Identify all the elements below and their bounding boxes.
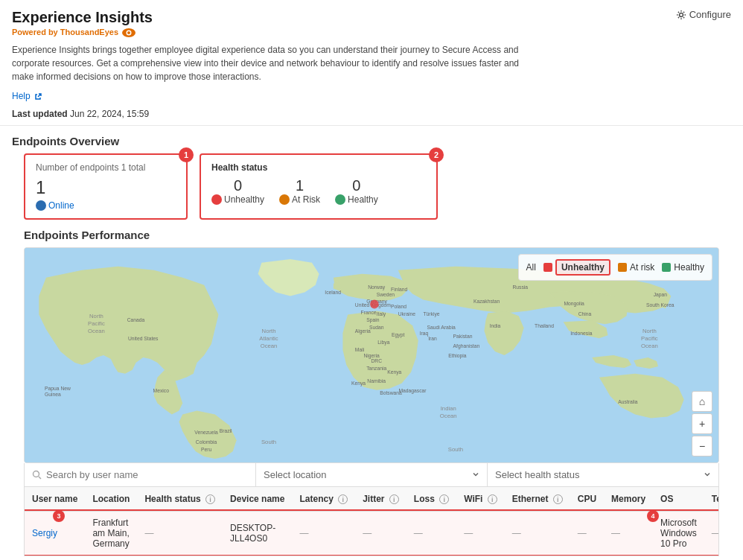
badge-4: 4 [647, 510, 659, 522]
search-icon [32, 470, 42, 480]
cell-location: Frankfurt am Main, Germany [85, 511, 137, 555]
yellow-dot [279, 194, 290, 205]
powered-by-prefix: Powered by [12, 28, 60, 36]
latency-info-icon[interactable]: i [338, 494, 348, 504]
svg-text:Colombia: Colombia [196, 439, 217, 445]
online-dot [36, 200, 46, 211]
svg-text:Spain: Spain [366, 317, 379, 323]
search-filter[interactable] [25, 463, 256, 486]
search-input[interactable] [46, 469, 248, 480]
user-link[interactable]: Sergiy [32, 528, 57, 538]
svg-text:Türkiye: Türkiye [423, 311, 439, 317]
svg-text:DRC: DRC [371, 358, 382, 363]
col-loss: Loss i [406, 487, 456, 512]
map-container: North Pacific Ocean North Atlantic Ocean… [24, 247, 719, 463]
svg-text:Sweden: Sweden [377, 291, 395, 296]
col-device-name: Device name [223, 487, 292, 512]
legend-at-risk-dot [618, 263, 627, 272]
healthy-label: Healthy [335, 194, 378, 205]
map-home-button[interactable]: ⌂ [692, 391, 712, 412]
svg-text:Ocean: Ocean [440, 413, 457, 419]
cell-os: Microsoft Windows 10 Pro [653, 511, 704, 555]
svg-text:Pacific: Pacific [88, 320, 105, 327]
svg-text:North: North [642, 328, 657, 334]
svg-text:Tanzania: Tanzania [366, 366, 386, 371]
help-link[interactable]: Help [12, 91, 31, 101]
wifi-info-icon[interactable]: i [488, 494, 497, 504]
green-dot [335, 194, 345, 205]
table-container: User name Location Health status i Devic… [24, 487, 719, 556]
col-test-time: Test time i [704, 487, 719, 512]
filter-bar: Select location Select health status [24, 463, 719, 487]
endpoints-label: Online [36, 200, 176, 211]
col-wifi: WiFi i [456, 487, 505, 512]
legend-at-risk[interactable]: At risk [618, 262, 654, 273]
ethernet-info-icon[interactable]: i [553, 494, 563, 504]
health-filter[interactable]: Select health status [488, 463, 718, 486]
table-header-row: User name Location Health status i Devic… [25, 487, 719, 512]
chevron-down-icon [472, 471, 479, 478]
last-updated: Last updated Jun 22, 2024, 15:59 [12, 109, 533, 119]
external-link-icon [34, 93, 42, 101]
svg-text:Iran: Iran [428, 336, 437, 341]
svg-text:Finland: Finland [391, 286, 407, 291]
last-updated-value: Jun 22, 2024, 15:59 [70, 109, 149, 119]
svg-text:Algeria: Algeria [355, 328, 371, 334]
svg-point-3 [679, 13, 683, 16]
col-health-status: Health status i [137, 487, 223, 512]
svg-text:Pacific: Pacific [641, 335, 658, 342]
legend-healthy[interactable]: Healthy [662, 262, 704, 273]
svg-text:Guinea: Guinea [45, 391, 61, 396]
svg-text:Japan: Japan [654, 291, 668, 297]
endpoints-badge: 1 [179, 147, 194, 162]
svg-text:Poland: Poland [391, 304, 406, 309]
svg-text:Iraq: Iraq [420, 331, 429, 337]
svg-text:Venezuela: Venezuela [194, 430, 218, 435]
configure-label: Configure [689, 9, 731, 20]
last-updated-label: Last updated [12, 109, 68, 119]
location-filter[interactable]: Select location [256, 463, 488, 486]
cell-latency: — [292, 511, 355, 555]
svg-text:Peru: Peru [201, 447, 211, 452]
svg-text:Madagascar: Madagascar [398, 387, 427, 393]
svg-text:Ocean: Ocean [261, 343, 278, 349]
svg-text:Mexico: Mexico [153, 387, 170, 392]
health-info-icon[interactable]: i [205, 494, 215, 504]
svg-text:Ocean: Ocean [88, 328, 105, 334]
map-zoom-out-button[interactable]: − [692, 436, 712, 456]
col-latency: Latency i [292, 487, 355, 512]
map-zoom-in-button[interactable]: + [692, 413, 712, 434]
svg-text:Kazakhstan: Kazakhstan [473, 299, 500, 304]
cell-ethernet: — [505, 511, 570, 555]
loss-info-icon[interactable]: i [439, 494, 449, 504]
jitter-info-icon[interactable]: i [389, 494, 399, 504]
cell-device-name: DESKTOP-JLL4OS0 [223, 511, 292, 555]
health-badge: 2 [429, 147, 444, 162]
endpoints-count: 1 [36, 177, 176, 199]
cell-wifi: — [456, 511, 505, 555]
configure-button[interactable]: Configure [676, 9, 731, 20]
chevron-down-icon-2 [704, 471, 711, 478]
svg-text:Atlantic: Atlantic [259, 335, 278, 342]
svg-text:Mongolia: Mongolia [564, 301, 584, 307]
col-ethernet: Ethernet i [505, 487, 570, 512]
svg-text:India: India [490, 323, 501, 328]
legend-unhealthy[interactable]: Unhealthy [543, 259, 610, 276]
legend-all[interactable]: All [526, 262, 536, 273]
endpoints-card: 1 Number of endpoints 1 total 1 Online [24, 153, 188, 220]
healthy-stat: 0 Healthy [335, 177, 378, 205]
svg-point-2 [127, 31, 130, 34]
svg-text:Afghanistan: Afghanistan [453, 343, 480, 349]
svg-text:Canada: Canada [127, 317, 145, 322]
svg-text:South Korea: South Korea [646, 302, 675, 308]
legend-unhealthy-dot [543, 263, 552, 272]
svg-text:North: North [89, 313, 103, 319]
svg-text:Norway: Norway [368, 284, 385, 290]
svg-text:Mali: Mali [355, 347, 365, 352]
map-controls: ⌂ + − [692, 391, 712, 456]
map-legend: All Unhealthy At risk Healthy [518, 254, 712, 281]
col-cpu: CPU [570, 487, 604, 512]
powered-by: Powered by ThousandEyes [12, 28, 533, 37]
svg-text:Ukraine: Ukraine [398, 311, 415, 316]
cell-test-time: — [704, 511, 719, 555]
